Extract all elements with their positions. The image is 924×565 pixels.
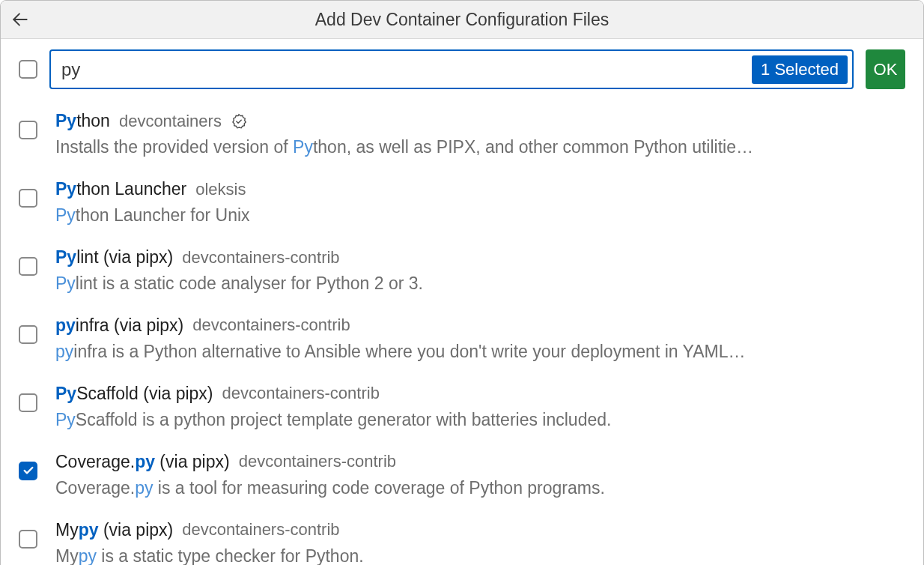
- item-body: Python Launcher oleksis Python Launcher …: [55, 178, 905, 227]
- item-name: Python Launcher: [55, 178, 186, 201]
- item-checkbox[interactable]: [19, 121, 37, 139]
- search-field-wrap: 1 Selected: [49, 49, 854, 89]
- item-body: pyinfra (via pipx) devcontainers-contrib…: [55, 315, 905, 363]
- item-checkbox[interactable]: [19, 530, 37, 549]
- item-publisher: devcontainers-contrib: [222, 383, 380, 405]
- item-title-row: Pylint (via pipx) devcontainers-contrib: [55, 247, 905, 269]
- item-checkbox[interactable]: [19, 325, 37, 344]
- item-checkbox[interactable]: [19, 393, 37, 412]
- list-item[interactable]: pyinfra (via pipx) devcontainers-contrib…: [19, 306, 905, 374]
- item-description: Installs the provided version of Python,…: [55, 136, 879, 159]
- page-title: Add Dev Container Configuration Files: [1, 10, 923, 30]
- header: Add Dev Container Configuration Files: [1, 1, 923, 39]
- list-item[interactable]: Python Launcher oleksis Python Launcher …: [19, 169, 905, 238]
- command-palette: Add Dev Container Configuration Files 1 …: [0, 0, 924, 565]
- list-item[interactable]: Pylint (via pipx) devcontainers-contrib …: [19, 238, 905, 306]
- item-checkbox[interactable]: [19, 189, 37, 208]
- list-item[interactable]: Python devcontainers Installs the provid…: [19, 101, 905, 169]
- verified-icon: [231, 113, 247, 130]
- item-body: Mypy (via pipx) devcontainers-contrib My…: [55, 519, 905, 565]
- item-name: PyScaffold (via pipx): [55, 383, 213, 405]
- item-checkbox[interactable]: [19, 257, 37, 276]
- list-item[interactable]: Coverage.py (via pipx) devcontainers-con…: [19, 442, 905, 510]
- item-description: Mypy is a static type checker for Python…: [55, 545, 879, 565]
- search-input[interactable]: [61, 51, 752, 88]
- item-name: Coverage.py (via pipx): [55, 451, 230, 474]
- item-title-row: Python devcontainers: [55, 110, 905, 133]
- item-publisher: devcontainers-contrib: [192, 315, 350, 336]
- item-description: Pylint is a static code analyser for Pyt…: [55, 272, 879, 295]
- results-list: Python devcontainers Installs the provid…: [1, 98, 923, 565]
- input-row: 1 Selected OK: [1, 39, 923, 98]
- arrow-left-icon: [10, 10, 30, 29]
- item-name: Python: [55, 110, 110, 133]
- back-button[interactable]: [8, 7, 32, 31]
- item-publisher: devcontainers: [119, 111, 222, 133]
- item-description: PyScaffold is a python project template …: [55, 408, 879, 432]
- item-description: Coverage.py is a tool for measuring code…: [55, 477, 879, 500]
- item-name: pyinfra (via pipx): [55, 315, 183, 337]
- item-publisher: devcontainers-contrib: [239, 451, 396, 473]
- item-title-row: pyinfra (via pipx) devcontainers-contrib: [55, 315, 905, 337]
- item-body: PyScaffold (via pipx) devcontainers-cont…: [55, 383, 905, 432]
- item-publisher: devcontainers-contrib: [182, 519, 339, 541]
- selected-count-badge[interactable]: 1 Selected: [752, 55, 848, 84]
- list-item[interactable]: PyScaffold (via pipx) devcontainers-cont…: [19, 374, 905, 442]
- item-title-row: Python Launcher oleksis: [55, 178, 905, 201]
- item-body: Pylint (via pipx) devcontainers-contrib …: [55, 247, 905, 295]
- item-title-row: Mypy (via pipx) devcontainers-contrib: [55, 519, 905, 542]
- item-name: Pylint (via pipx): [55, 247, 173, 269]
- item-title-row: Coverage.py (via pipx) devcontainers-con…: [55, 451, 905, 474]
- item-description: pyinfra is a Python alternative to Ansib…: [55, 340, 879, 363]
- item-publisher: oleksis: [195, 179, 246, 201]
- select-all-checkbox[interactable]: [19, 60, 37, 79]
- item-publisher: devcontainers-contrib: [182, 247, 339, 269]
- item-body: Coverage.py (via pipx) devcontainers-con…: [55, 451, 905, 500]
- check-icon: [22, 465, 34, 477]
- item-description: Python Launcher for Unix: [55, 204, 879, 227]
- item-checkbox[interactable]: [19, 462, 37, 480]
- item-body: Python devcontainers Installs the provid…: [55, 110, 905, 159]
- ok-button[interactable]: OK: [866, 49, 905, 89]
- item-name: Mypy (via pipx): [55, 519, 173, 542]
- item-title-row: PyScaffold (via pipx) devcontainers-cont…: [55, 383, 905, 405]
- list-item[interactable]: Mypy (via pipx) devcontainers-contrib My…: [19, 510, 905, 565]
